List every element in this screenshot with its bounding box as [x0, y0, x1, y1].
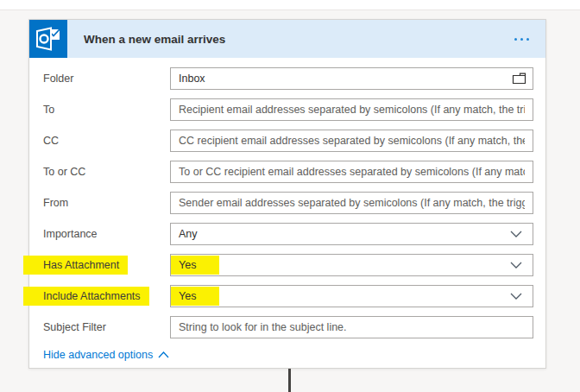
chevron-down-icon [510, 262, 522, 269]
field-row-to: To [29, 94, 545, 125]
folder-label: Folder [43, 73, 170, 85]
field-row-from: From [29, 187, 545, 218]
has-attachment-value: Yes [171, 256, 219, 275]
field-row-cc: CC [29, 125, 545, 156]
include-attachments-label: Include Attachments [43, 290, 170, 302]
yellow-highlight: Has Attachment [23, 256, 128, 275]
chevron-down-icon [510, 231, 522, 237]
flow-connector-line [288, 369, 291, 392]
folder-input[interactable] [170, 67, 533, 90]
trigger-card: When a new email arrives Folder To [28, 19, 546, 369]
from-label: From [43, 197, 170, 209]
to-label: To [43, 104, 170, 116]
from-input[interactable] [170, 192, 533, 214]
include-attachments-select[interactable]: Yes [170, 285, 533, 307]
card-menu-button[interactable] [511, 35, 533, 44]
importance-select[interactable]: Any [170, 223, 533, 245]
yellow-highlight: Include Attachments [23, 287, 149, 306]
trigger-title: When a new email arrives [84, 33, 511, 46]
subject-filter-input[interactable] [170, 316, 533, 338]
to-input[interactable] [170, 98, 533, 121]
chevron-down-icon [510, 293, 522, 300]
trigger-card-header[interactable]: When a new email arrives [29, 20, 545, 58]
field-row-folder: Folder [29, 63, 545, 94]
to-or-cc-input[interactable] [170, 161, 533, 183]
trigger-parameters: Folder To CC [29, 58, 545, 343]
field-row-subject-filter: Subject Filter [29, 312, 545, 343]
folder-icon[interactable] [512, 73, 526, 85]
cc-label: CC [43, 135, 170, 147]
hide-advanced-options-label: Hide advanced options [43, 349, 153, 361]
has-attachment-select[interactable]: Yes [170, 254, 533, 276]
field-row-has-attachment: Has Attachment Yes [29, 250, 545, 281]
outlook-icon [29, 20, 67, 58]
include-attachments-value: Yes [171, 287, 219, 306]
subject-filter-label: Subject Filter [43, 321, 170, 333]
ellipsis-icon [514, 38, 529, 41]
field-row-importance: Importance Any [29, 218, 545, 250]
hide-advanced-options-link[interactable]: Hide advanced options [43, 349, 169, 361]
importance-value: Any [179, 228, 198, 240]
cc-input[interactable] [170, 130, 533, 152]
importance-label: Importance [43, 228, 170, 240]
has-attachment-label: Has Attachment [43, 259, 170, 271]
field-row-to-or-cc: To or CC [29, 156, 545, 187]
flow-designer-canvas: When a new email arrives Folder To [0, 0, 580, 392]
chevron-up-icon [158, 351, 169, 358]
field-row-include-attachments: Include Attachments Yes [29, 281, 545, 312]
to-or-cc-label: To or CC [43, 166, 170, 178]
top-divider [0, 0, 580, 10]
